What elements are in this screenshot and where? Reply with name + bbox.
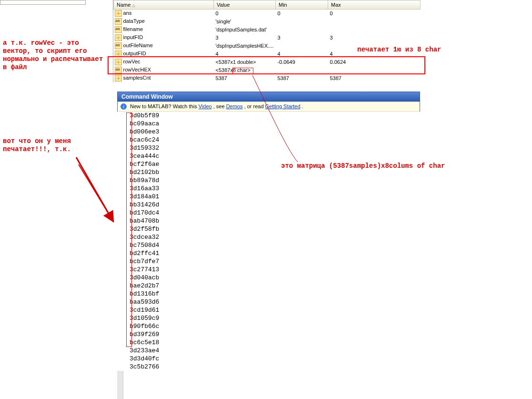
var-numeric-icon [115,10,122,17]
link-getting-started[interactable]: Getting Started [265,103,301,109]
info-text-1: New to MATLAB? Watch this [130,103,199,109]
hex-output-line: bab4708b [130,217,420,225]
hex-output-line: bae2d2b7 [130,282,420,290]
var-min [276,18,328,26]
var-max [328,18,421,26]
left-pane-stub [0,0,86,5]
var-numeric-icon [115,51,122,57]
table-row[interactable]: dataType'single' [114,18,421,26]
workspace-panel: Name Value Min Max ans000dataType'single… [113,0,532,82]
hex-output-line: 3d16aa33 [130,184,420,193]
svg-line-0 [76,157,113,222]
hex-output-line: bd2ffc41 [130,249,420,257]
hex-output-line: 3d2f58fb [130,225,420,233]
var-max: 0 [328,10,421,18]
info-text-3: , or read [244,103,265,109]
hex-output-line: 3c5b2766 [130,363,420,371]
var-name: ans [123,10,132,16]
var-min: 5387 [276,74,328,82]
var-name: inputFID [123,34,143,40]
table-row[interactable]: rowVecHEX<5387x8 char> [114,66,421,74]
hex-output-line: 3d159332 [130,144,420,152]
var-max: 0.0624 [328,58,421,66]
command-window-infobar: i New to MATLAB? Watch this Video , see … [118,102,420,112]
var-value: <5387x1 double> [214,58,276,66]
var-min: 4 [276,50,328,58]
var-name: outputFID [123,51,146,56]
var-value: 5387 [214,74,276,82]
hex-output-line: 3d1059c9 [130,314,420,322]
col-min[interactable]: Min [276,0,328,10]
hex-output-line: bd39f269 [130,330,420,338]
info-icon: i [120,103,127,110]
table-row[interactable]: samplesCnt538753875387 [114,74,421,82]
var-name: rowVec [123,59,141,64]
col-name[interactable]: Name [114,0,214,10]
col-value[interactable]: Value [214,0,276,10]
command-window: Command Window i New to MATLAB? Watch th… [117,92,420,112]
var-string-icon [115,42,122,49]
var-string-icon [115,26,122,33]
table-row[interactable]: filename'dspInputSamples.dat' [114,26,421,34]
var-min: 0 [276,10,328,18]
var-numeric-icon [115,75,122,82]
var-min [276,66,328,74]
hex-output-line: 3d0b5f89 [130,112,420,120]
var-max [328,26,421,34]
hex-output-line: 3d040acb [130,274,420,282]
hex-output-line: 3d184a01 [130,193,420,201]
var-max [328,66,421,74]
hex-output-line: 3c277413 [130,266,420,274]
hex-output-line: bc7508d4 [130,241,420,249]
workspace-table: Name Value Min Max ans000dataType'single… [113,0,421,82]
var-name: filename [123,26,143,32]
var-value: 3 [214,34,276,42]
hex-output-line: bcb7dfe7 [130,257,420,266]
annot-rowvec-vector: а т.к. rowVec - это вектор, то скрипт ег… [3,39,103,72]
hex-output-line: 3cd19d61 [130,306,420,314]
hex-output-line: bc6c5e18 [130,338,420,347]
info-text-4: . [302,103,303,109]
link-demos[interactable]: Demos [226,103,243,109]
hex-output-line: bd006ee3 [130,128,420,136]
hex-output-line: 3cdcea32 [130,233,420,241]
var-max: 5387 [328,74,421,82]
table-row[interactable]: inputFID333 [114,34,421,42]
var-min [276,26,328,34]
col-max[interactable]: Max [328,0,421,10]
var-value: 'dspInputSamples.dat' [214,26,276,34]
command-window-title: Command Window [118,92,420,102]
annot-what-it-prints: вот что он у меня печатает!!!, т.к. [3,137,71,153]
svg-line-1 [79,164,113,222]
hex-output-line: 3cea444c [130,152,420,160]
var-value: 0 [214,10,276,18]
hex-output-line: 3d233ae4 [130,347,420,355]
var-string-icon [115,67,122,73]
hex-output-line: bd1316bf [130,290,420,298]
info-text-2: , see [213,103,226,109]
var-value: 4 [214,50,276,58]
var-value: <5387x8 char> [214,66,276,74]
var-numeric-icon [115,59,122,65]
hex-output-line: 3d3d40fc [130,355,420,363]
var-string-icon [115,18,122,25]
hex-output-line: bd170dc4 [130,209,420,217]
hex-output-line: bcac6c24 [130,136,420,144]
var-min: 3 [276,34,328,42]
hex-output-line: bb89a78d [130,176,420,184]
var-min: -0.0649 [276,58,328,66]
var-name: outFileName [123,42,153,48]
var-name: rowVecHEX [123,67,151,72]
command-output[interactable]: 3d0b5f89bc09aacabd006ee3bcac6c243d159332… [117,112,420,371]
table-row[interactable]: ans000 [114,10,421,18]
var-value: 'dspInputSamplesHEX.... [214,42,276,50]
hex-output-line: bb31426d [130,201,420,209]
var-name: samplesCnt [123,75,151,81]
link-video[interactable]: Video [199,103,212,109]
hex-output-line: baa593d6 [130,298,420,306]
hex-output-line: b90fb66c [130,322,420,330]
var-value: 'single' [214,18,276,26]
table-row[interactable]: rowVec<5387x1 double>-0.06490.0624 [114,58,421,66]
hex-output-line: bc09aaca [130,120,420,128]
var-name: dataType [123,18,145,24]
